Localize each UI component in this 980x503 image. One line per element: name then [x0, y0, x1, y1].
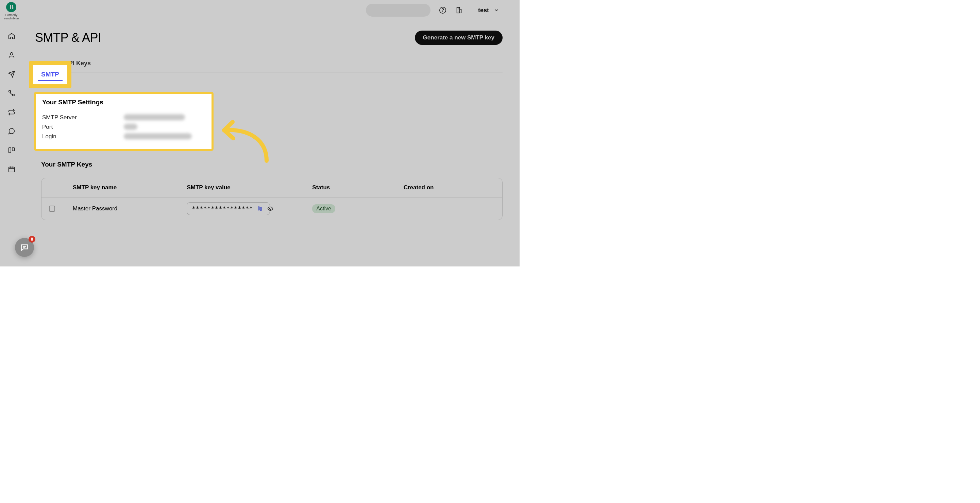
nav-contacts[interactable]	[5, 48, 18, 62]
tab-smtp[interactable]: SMTP	[38, 68, 62, 81]
table-header: SMTP key name SMTP key value Status Crea…	[41, 178, 502, 197]
building-icon	[455, 6, 463, 14]
node-icon	[8, 89, 15, 97]
table-row: Master Password **************** Active	[41, 197, 502, 220]
svg-rect-6	[8, 148, 11, 152]
sidebar-nav: B Formerlysendinblue	[0, 0, 23, 267]
apps-button[interactable]	[455, 6, 463, 14]
brand-tagline: Formerlysendinblue	[4, 14, 19, 21]
svg-rect-12	[258, 207, 259, 210]
col-created: Created on	[404, 184, 495, 191]
copy-key-button[interactable]	[257, 206, 263, 212]
loop-icon	[8, 108, 15, 116]
nav-campaigns[interactable]	[5, 67, 18, 81]
key-value-field: ****************	[187, 202, 270, 215]
account-name: test	[478, 7, 489, 14]
chat-unread-badge: 8	[29, 236, 35, 243]
nav-automation[interactable]	[5, 86, 18, 100]
smtp-port-value-blurred	[124, 124, 137, 130]
account-menu[interactable]: test	[478, 7, 499, 14]
svg-point-0	[10, 52, 13, 55]
search-input[interactable]	[366, 4, 431, 17]
smtp-login-value-blurred	[124, 133, 192, 140]
col-value: SMTP key value	[187, 184, 312, 191]
chat-bubble-icon	[20, 243, 29, 252]
brand-logo[interactable]: B Formerlysendinblue	[4, 2, 19, 21]
col-status: Status	[312, 184, 403, 191]
smtp-settings-highlight: Your SMTP Settings SMTP Server Port Logi…	[34, 92, 213, 151]
row-name: Master Password	[73, 205, 187, 212]
svg-rect-7	[12, 148, 14, 151]
smtp-server-label: SMTP Server	[42, 114, 124, 121]
nav-transactional[interactable]	[5, 105, 18, 119]
smtp-keys-section: Your SMTP Keys SMTP key name SMTP key va…	[35, 161, 503, 220]
chat-widget[interactable]: 8	[15, 238, 34, 257]
kanban-icon	[8, 146, 15, 154]
calendar-icon	[8, 165, 15, 173]
row-checkbox[interactable]	[49, 206, 55, 212]
page-title: SMTP & API	[35, 30, 101, 45]
help-button[interactable]	[439, 6, 447, 14]
smtp-keys-heading: Your SMTP Keys	[41, 161, 503, 168]
top-header: test	[23, 0, 520, 21]
col-name: SMTP key name	[73, 184, 187, 191]
generate-smtp-key-button[interactable]: Generate a new SMTP key	[415, 30, 503, 45]
nav-meetings[interactable]	[5, 162, 18, 176]
tabs-row: SMTP API Keys	[29, 55, 503, 72]
svg-rect-13	[261, 207, 261, 211]
svg-rect-11	[457, 8, 460, 13]
chat-icon	[8, 127, 15, 135]
nav-deals[interactable]	[5, 143, 18, 157]
smtp-keys-table: SMTP key name SMTP key value Status Crea…	[41, 178, 503, 220]
smtp-login-label: Login	[42, 133, 124, 140]
help-icon	[439, 6, 447, 14]
nav-conversations[interactable]	[5, 124, 18, 138]
nav-home[interactable]	[5, 29, 18, 43]
smtp-port-label: Port	[42, 124, 124, 130]
send-icon	[8, 70, 15, 78]
reveal-key-button[interactable]	[267, 206, 274, 212]
copy-icon	[257, 206, 263, 212]
user-icon	[8, 51, 15, 59]
svg-rect-8	[8, 167, 14, 172]
status-badge: Active	[312, 204, 335, 213]
masked-key-value: ****************	[192, 205, 253, 212]
smtp-server-value-blurred	[124, 114, 185, 120]
smtp-settings-heading: Your SMTP Settings	[42, 98, 205, 106]
brand-logo-mark: B	[6, 2, 16, 12]
chevron-down-icon	[494, 8, 499, 13]
eye-icon	[267, 206, 274, 212]
svg-point-10	[443, 11, 443, 12]
home-icon	[8, 32, 15, 40]
svg-point-14	[270, 208, 271, 210]
tab-smtp-highlight: SMTP	[29, 61, 72, 88]
